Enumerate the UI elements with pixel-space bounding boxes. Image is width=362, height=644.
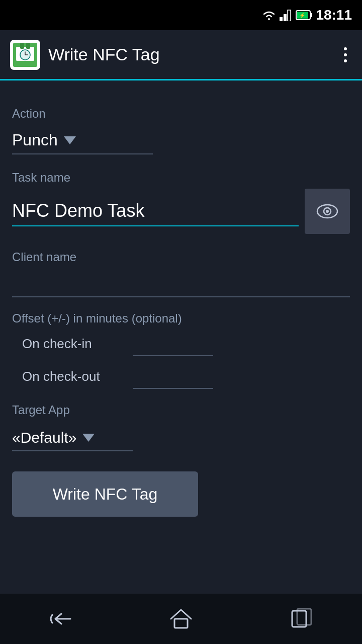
app-icon — [10, 40, 40, 70]
target-app-dropdown-arrow — [82, 434, 95, 442]
task-name-label: Task name — [12, 171, 350, 185]
back-button[interactable] — [40, 604, 80, 634]
home-icon — [168, 608, 194, 630]
signal-icon — [280, 9, 293, 21]
app-bar: Write NFC Tag — [0, 30, 362, 80]
wifi-icon — [261, 9, 277, 21]
overflow-dot-1 — [344, 47, 347, 50]
svg-rect-11 — [26, 43, 30, 49]
overflow-dot-2 — [344, 53, 347, 56]
status-time: 18:11 — [316, 7, 352, 23]
home-button[interactable] — [161, 604, 201, 634]
recents-icon — [289, 608, 314, 630]
check-out-row: On check-out — [12, 364, 350, 389]
check-out-input-wrapper — [133, 364, 213, 389]
task-name-input[interactable] — [12, 196, 299, 225]
check-in-input[interactable] — [133, 332, 213, 355]
task-name-row — [12, 189, 350, 234]
svg-marker-2 — [288, 10, 291, 21]
status-icons: ⚡ 18:11 — [261, 7, 352, 23]
task-input-wrapper — [12, 196, 299, 226]
eye-icon — [316, 204, 338, 219]
client-input-wrapper — [12, 268, 350, 297]
svg-rect-18 — [174, 619, 188, 628]
check-in-row: On check-in — [12, 332, 350, 356]
svg-rect-4 — [310, 13, 312, 17]
offset-label: Offset (+/-) in minutes (optional) — [12, 311, 350, 326]
svg-marker-0 — [280, 17, 283, 21]
check-out-input[interactable] — [133, 364, 213, 388]
client-name-label: Client name — [12, 250, 350, 264]
check-in-input-wrapper — [133, 332, 213, 356]
svg-text:⚡: ⚡ — [299, 12, 306, 19]
action-dropdown[interactable]: Punch — [12, 127, 153, 154]
app-bar-left: Write NFC Tag — [10, 40, 160, 70]
svg-marker-1 — [284, 14, 287, 21]
target-app-dropdown[interactable]: «Default» — [12, 425, 133, 451]
action-dropdown-arrow — [64, 136, 76, 144]
action-label: Action — [12, 107, 350, 121]
check-out-label: On check-out — [22, 369, 123, 384]
eye-button[interactable] — [305, 189, 350, 234]
write-nfc-tag-button[interactable]: Write NFC Tag — [12, 471, 198, 517]
battery-icon: ⚡ — [296, 10, 313, 21]
svg-point-17 — [326, 210, 329, 213]
check-in-label: On check-in — [22, 336, 123, 352]
target-app-label: Target App — [12, 403, 350, 417]
client-name-input[interactable] — [12, 268, 350, 296]
status-bar: ⚡ 18:11 — [0, 0, 362, 30]
bottom-nav — [0, 594, 362, 644]
app-title: Write NFC Tag — [48, 45, 160, 64]
overflow-menu-button[interactable] — [339, 42, 352, 67]
svg-rect-10 — [20, 43, 24, 49]
back-icon — [45, 609, 75, 629]
overflow-dot-3 — [344, 59, 347, 62]
recents-button[interactable] — [282, 604, 322, 634]
target-app-value: «Default» — [12, 429, 76, 446]
action-dropdown-value: Punch — [12, 131, 58, 149]
content-area: Action Punch Task name Client name Offse… — [0, 80, 362, 517]
